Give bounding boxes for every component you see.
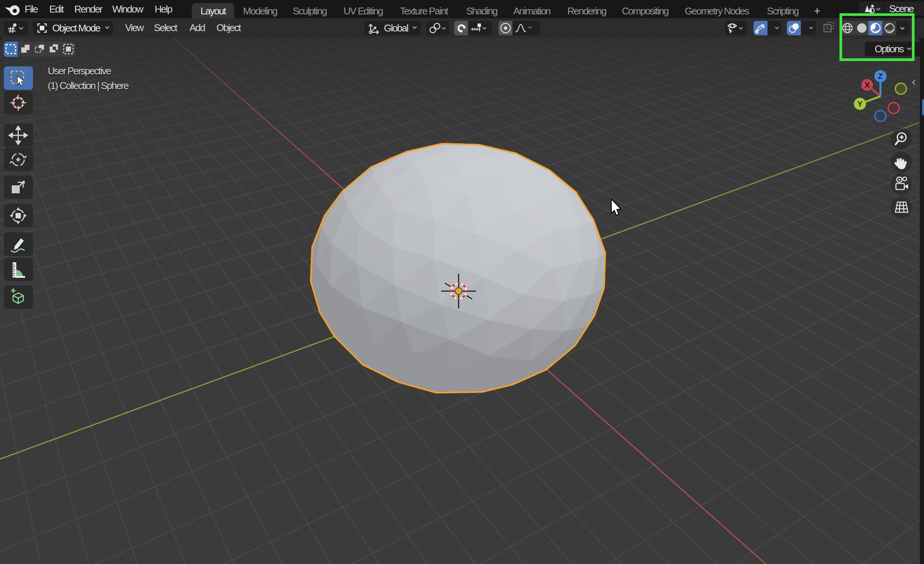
svg-text:Z: Z [878,72,883,80]
svg-text:Y: Y [857,99,863,108]
svg-text:X: X [864,80,870,89]
